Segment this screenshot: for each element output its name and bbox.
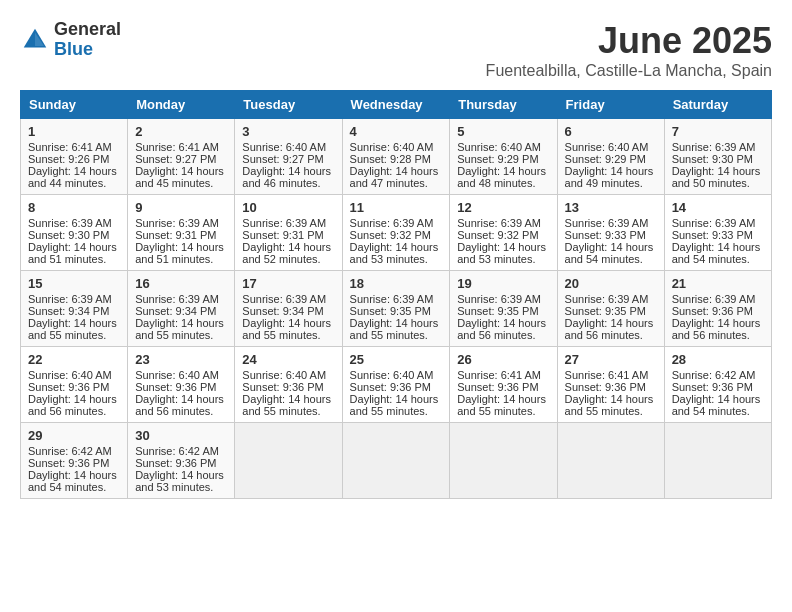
sunset-text: Sunset: 9:32 PM: [350, 229, 431, 241]
sunset-text: Sunset: 9:36 PM: [28, 457, 109, 469]
daylight-text: Daylight: 14 hours and 55 minutes.: [135, 317, 224, 341]
day-number: 14: [672, 200, 764, 215]
sunrise-text: Sunrise: 6:40 AM: [28, 369, 112, 381]
logo-general: General: [54, 20, 121, 40]
calendar-day-cell: 23Sunrise: 6:40 AMSunset: 9:36 PMDayligh…: [128, 347, 235, 423]
sunrise-text: Sunrise: 6:39 AM: [28, 293, 112, 305]
sunset-text: Sunset: 9:27 PM: [135, 153, 216, 165]
daylight-text: Daylight: 14 hours and 55 minutes.: [350, 317, 439, 341]
daylight-text: Daylight: 14 hours and 55 minutes.: [350, 393, 439, 417]
daylight-text: Daylight: 14 hours and 48 minutes.: [457, 165, 546, 189]
sunrise-text: Sunrise: 6:39 AM: [242, 217, 326, 229]
daylight-text: Daylight: 14 hours and 44 minutes.: [28, 165, 117, 189]
calendar-week-4: 22Sunrise: 6:40 AMSunset: 9:36 PMDayligh…: [21, 347, 772, 423]
day-number: 3: [242, 124, 334, 139]
sunrise-text: Sunrise: 6:39 AM: [28, 217, 112, 229]
daylight-text: Daylight: 14 hours and 54 minutes.: [672, 393, 761, 417]
sunset-text: Sunset: 9:29 PM: [457, 153, 538, 165]
day-number: 23: [135, 352, 227, 367]
sunset-text: Sunset: 9:36 PM: [565, 381, 646, 393]
sunrise-text: Sunrise: 6:40 AM: [350, 369, 434, 381]
calendar-day-cell: 19Sunrise: 6:39 AMSunset: 9:35 PMDayligh…: [450, 271, 557, 347]
calendar-day-cell: 27Sunrise: 6:41 AMSunset: 9:36 PMDayligh…: [557, 347, 664, 423]
sunrise-text: Sunrise: 6:42 AM: [135, 445, 219, 457]
daylight-text: Daylight: 14 hours and 56 minutes.: [135, 393, 224, 417]
logo: General Blue: [20, 20, 121, 60]
day-number: 7: [672, 124, 764, 139]
daylight-text: Daylight: 14 hours and 55 minutes.: [28, 317, 117, 341]
daylight-text: Daylight: 14 hours and 50 minutes.: [672, 165, 761, 189]
day-number: 21: [672, 276, 764, 291]
weekday-header-monday: Monday: [128, 91, 235, 119]
sunset-text: Sunset: 9:36 PM: [350, 381, 431, 393]
calendar-week-1: 1Sunrise: 6:41 AMSunset: 9:26 PMDaylight…: [21, 119, 772, 195]
logo-blue: Blue: [54, 40, 121, 60]
calendar-day-cell: 5Sunrise: 6:40 AMSunset: 9:29 PMDaylight…: [450, 119, 557, 195]
day-number: 26: [457, 352, 549, 367]
sunset-text: Sunset: 9:36 PM: [28, 381, 109, 393]
day-number: 27: [565, 352, 657, 367]
sunset-text: Sunset: 9:36 PM: [242, 381, 323, 393]
sunset-text: Sunset: 9:30 PM: [28, 229, 109, 241]
sunset-text: Sunset: 9:26 PM: [28, 153, 109, 165]
calendar-day-cell: 28Sunrise: 6:42 AMSunset: 9:36 PMDayligh…: [664, 347, 771, 423]
daylight-text: Daylight: 14 hours and 56 minutes.: [28, 393, 117, 417]
sunset-text: Sunset: 9:36 PM: [135, 457, 216, 469]
sunset-text: Sunset: 9:32 PM: [457, 229, 538, 241]
calendar-day-cell: 4Sunrise: 6:40 AMSunset: 9:28 PMDaylight…: [342, 119, 450, 195]
daylight-text: Daylight: 14 hours and 54 minutes.: [672, 241, 761, 265]
daylight-text: Daylight: 14 hours and 47 minutes.: [350, 165, 439, 189]
calendar-day-cell: [450, 423, 557, 499]
day-number: 5: [457, 124, 549, 139]
day-number: 15: [28, 276, 120, 291]
calendar-day-cell: 26Sunrise: 6:41 AMSunset: 9:36 PMDayligh…: [450, 347, 557, 423]
daylight-text: Daylight: 14 hours and 53 minutes.: [135, 469, 224, 493]
sunrise-text: Sunrise: 6:39 AM: [672, 217, 756, 229]
sunrise-text: Sunrise: 6:41 AM: [457, 369, 541, 381]
day-number: 19: [457, 276, 549, 291]
calendar-day-cell: 11Sunrise: 6:39 AMSunset: 9:32 PMDayligh…: [342, 195, 450, 271]
daylight-text: Daylight: 14 hours and 56 minutes.: [457, 317, 546, 341]
sunset-text: Sunset: 9:30 PM: [672, 153, 753, 165]
calendar-day-cell: [664, 423, 771, 499]
sunrise-text: Sunrise: 6:40 AM: [135, 369, 219, 381]
daylight-text: Daylight: 14 hours and 45 minutes.: [135, 165, 224, 189]
calendar-day-cell: [557, 423, 664, 499]
day-number: 12: [457, 200, 549, 215]
month-year-title: June 2025: [486, 20, 772, 62]
daylight-text: Daylight: 14 hours and 56 minutes.: [565, 317, 654, 341]
calendar-day-cell: 21Sunrise: 6:39 AMSunset: 9:36 PMDayligh…: [664, 271, 771, 347]
calendar-day-cell: 3Sunrise: 6:40 AMSunset: 9:27 PMDaylight…: [235, 119, 342, 195]
sunrise-text: Sunrise: 6:39 AM: [565, 293, 649, 305]
sunrise-text: Sunrise: 6:39 AM: [242, 293, 326, 305]
calendar-day-cell: 29Sunrise: 6:42 AMSunset: 9:36 PMDayligh…: [21, 423, 128, 499]
day-number: 30: [135, 428, 227, 443]
weekday-header-wednesday: Wednesday: [342, 91, 450, 119]
sunset-text: Sunset: 9:36 PM: [672, 381, 753, 393]
sunset-text: Sunset: 9:31 PM: [242, 229, 323, 241]
day-number: 4: [350, 124, 443, 139]
sunrise-text: Sunrise: 6:39 AM: [135, 293, 219, 305]
day-number: 8: [28, 200, 120, 215]
day-number: 13: [565, 200, 657, 215]
sunset-text: Sunset: 9:33 PM: [672, 229, 753, 241]
weekday-header-friday: Friday: [557, 91, 664, 119]
sunset-text: Sunset: 9:31 PM: [135, 229, 216, 241]
calendar-week-3: 15Sunrise: 6:39 AMSunset: 9:34 PMDayligh…: [21, 271, 772, 347]
calendar-day-cell: 22Sunrise: 6:40 AMSunset: 9:36 PMDayligh…: [21, 347, 128, 423]
sunset-text: Sunset: 9:35 PM: [565, 305, 646, 317]
daylight-text: Daylight: 14 hours and 46 minutes.: [242, 165, 331, 189]
sunrise-text: Sunrise: 6:39 AM: [672, 293, 756, 305]
day-number: 17: [242, 276, 334, 291]
sunrise-text: Sunrise: 6:41 AM: [135, 141, 219, 153]
calendar-day-cell: 8Sunrise: 6:39 AMSunset: 9:30 PMDaylight…: [21, 195, 128, 271]
sunset-text: Sunset: 9:33 PM: [565, 229, 646, 241]
day-number: 25: [350, 352, 443, 367]
calendar-day-cell: 13Sunrise: 6:39 AMSunset: 9:33 PMDayligh…: [557, 195, 664, 271]
weekday-header-saturday: Saturday: [664, 91, 771, 119]
daylight-text: Daylight: 14 hours and 55 minutes.: [457, 393, 546, 417]
daylight-text: Daylight: 14 hours and 55 minutes.: [565, 393, 654, 417]
calendar-day-cell: 24Sunrise: 6:40 AMSunset: 9:36 PMDayligh…: [235, 347, 342, 423]
daylight-text: Daylight: 14 hours and 54 minutes.: [28, 469, 117, 493]
sunset-text: Sunset: 9:36 PM: [135, 381, 216, 393]
